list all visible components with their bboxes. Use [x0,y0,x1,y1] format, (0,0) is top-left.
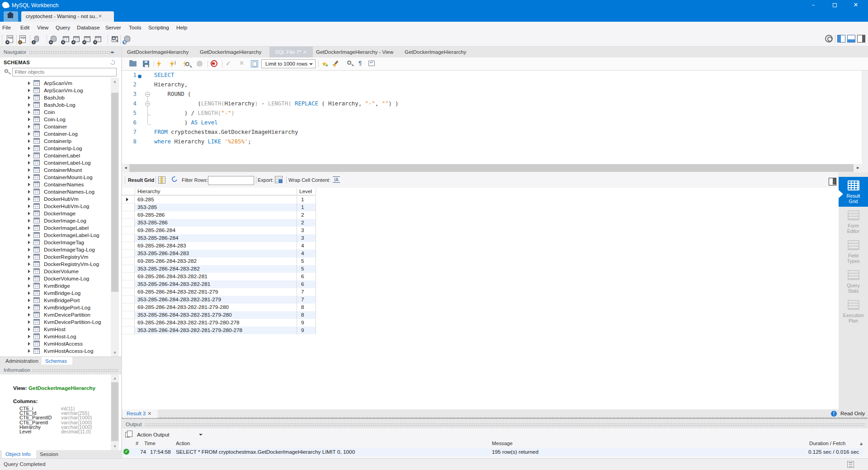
open-sql-file-button[interactable]: SQL› [18,35,28,45]
cell-hierarchy[interactable]: 69-285-286-284-283-282-281 [137,273,208,280]
editor-tab[interactable]: GetDockerImageHierarchy [405,47,466,57]
cell-hierarchy[interactable]: 69-285-286 [137,211,165,219]
schema-tree-item[interactable]: ContainerNames-Log [0,188,108,195]
expand-arrow-icon[interactable] [28,132,30,136]
cell-level[interactable]: 2 [301,219,304,227]
cell-hierarchy[interactable]: 353-285-286-284-283-282-281-279 [137,296,221,304]
editor-tab[interactable]: GetDockerImageHierarchy [127,47,189,57]
filter-rows-input[interactable] [208,176,254,185]
execute-statement-button[interactable] [156,60,165,68]
expand-arrow-icon[interactable] [28,233,30,237]
schema-tree-item[interactable]: ArpScanVm-Log [0,87,108,94]
account-icon[interactable] [825,35,833,43]
cell-hierarchy[interactable]: 353-285-286-284 [137,234,179,242]
schema-tree-item[interactable]: ContainerLabel [0,152,108,159]
result-grid-row[interactable]: 353-285-286-284-283-282-281-279-280-2789 [122,327,316,334]
window-close-button[interactable]: ✕ [848,0,863,11]
schema-tree-item[interactable]: KvmBridge [0,282,108,290]
output-scroll-up-icon[interactable]: ▲ [858,441,864,447]
cell-hierarchy[interactable]: 69-285-286-284 [137,227,175,234]
expand-arrow-icon[interactable] [28,103,30,107]
stop-on-error-toggle[interactable] [210,60,218,68]
expand-arrow-icon[interactable] [28,335,30,338]
clear-query-button[interactable] [335,60,343,68]
rollback-button[interactable]: ✕ [238,60,246,68]
status-grid-icon[interactable] [847,461,854,468]
open-script-button[interactable] [129,60,137,68]
result-grid-row[interactable]: 69-285-286-284-283-282-2816 [122,273,316,280]
cell-hierarchy[interactable]: 353-285-286-284-283-282 [137,265,200,273]
expand-arrow-icon[interactable] [28,291,30,295]
cell-level[interactable]: 4 [301,250,304,257]
expand-arrow-icon[interactable] [28,110,30,114]
sidebar-execution-plan[interactable]: ExecutionPlan [839,296,868,326]
menu-database[interactable]: Database [77,22,100,34]
cell-level[interactable]: 7 [301,296,304,304]
schema-tree-item[interactable]: KvmDevicePartition-Log [0,318,108,326]
editor-tab-active[interactable]: SQL File 7*✕ [269,47,313,57]
result-grid-row[interactable]: 353-285-286-2843 [122,234,316,242]
schema-tree-item[interactable]: Coin [0,109,108,116]
window-minimize-button[interactable]: – [806,0,821,11]
connection-tab-close-icon[interactable]: × [99,11,102,22]
connection-tab[interactable]: cryptochest - Warning - not su... × [21,11,114,22]
schema-tree-item[interactable]: Container [0,123,108,130]
schema-tree-item[interactable]: DockerHubVm-Log [0,203,108,210]
schema-tree-item[interactable]: DockerImageTag-Log [0,246,108,253]
create-schema-button[interactable]: + [49,35,59,45]
search-data-button[interactable] [110,35,120,45]
schema-tree-item[interactable]: BashJob-Log [0,101,108,109]
expand-arrow-icon[interactable] [28,219,30,223]
schema-tree-scrollbar-thumb[interactable] [111,93,118,292]
schema-tree-item[interactable]: Coin-Log [0,116,108,123]
tab-session[interactable]: Session [40,450,58,458]
expand-arrow-icon[interactable] [28,147,30,150]
explain-plan-button[interactable] [183,60,191,68]
sidebar-form-editor[interactable]: FormEditor [839,207,868,237]
tab-administration[interactable]: Administration [5,357,38,365]
action-output-dropdown-arrow-icon[interactable] [199,434,203,436]
create-view-button[interactable]: + [71,35,81,45]
expand-arrow-icon[interactable] [28,262,30,266]
result-grid-row[interactable]: 69-285-286-284-2834 [122,242,316,250]
cell-hierarchy[interactable]: 69-285-286-284-283-282-281-279-280-278 [137,319,240,327]
output-row[interactable]: ✓ 74 17:54:58 SELECT * FROM cryptochestm… [122,448,863,456]
refresh-results-icon[interactable] [171,176,178,183]
schema-tree-item[interactable]: DockerImageLabel-Log [0,232,108,239]
new-sql-tab-button[interactable]: SQL+ [5,35,15,45]
result-grid-row[interactable]: 353-285-286-284-2834 [122,250,316,257]
result-grid-row[interactable]: 69-285-286-284-283-2825 [122,257,316,265]
window-maximize-button[interactable] [827,0,842,11]
expand-arrow-icon[interactable] [28,320,30,324]
expand-arrow-icon[interactable] [28,89,30,92]
schema-tree-item[interactable]: KvmBridgePort [0,297,108,304]
schema-tree-item[interactable]: DockerRegistryVm [0,253,108,261]
result-grid-row[interactable]: 353-285-286-284-283-282-281-279-2808 [122,311,316,319]
sidebar-query-stats[interactable]: QueryStats [839,266,868,296]
result-grid-row[interactable]: 69-2851 [122,196,316,204]
wrap-cell-content-icon[interactable]: IA [333,176,340,183]
autocommit-toggle[interactable] [251,60,259,68]
result-grid-row[interactable]: 353-285-286-284-283-2825 [122,265,316,273]
cell-level[interactable]: 1 [301,196,304,204]
menu-query[interactable]: Query [56,22,70,34]
toggle-sidebar-button[interactable] [837,35,845,43]
schema-tree-item[interactable]: DockerImage-Log [0,217,108,224]
wrap-text-toggle[interactable] [368,60,376,68]
menu-edit[interactable]: Edit [20,22,29,34]
result-tab-close-icon[interactable]: ✕ [147,409,151,418]
cell-hierarchy[interactable]: 353-285-286-284-283-282-281-279-280-278 [137,327,242,334]
result-grid-row[interactable]: 69-285-286-284-283-282-281-2797 [122,288,316,296]
schema-filter-input[interactable]: Filter objects [12,68,117,76]
navigator-collapse-icon[interactable]: ◂▸ [110,49,116,55]
schema-tree-item[interactable]: ContainerIp-Log [0,145,108,152]
expand-arrow-icon[interactable] [28,328,30,331]
schema-tree-item[interactable]: ArpScanVm [0,80,108,87]
result-grid-row[interactable]: 353-2851 [122,204,316,211]
cell-hierarchy[interactable]: 353-285-286-284-283-282-281-279-280 [137,311,232,319]
expand-arrow-icon[interactable] [28,118,30,121]
create-procedure-button[interactable]: + [82,35,92,45]
editor-horizontal-scrollbar-thumb[interactable] [129,164,854,172]
cell-hierarchy[interactable]: 353-285-286 [137,219,168,227]
schema-tree-item[interactable]: ContainerIp [0,138,108,145]
